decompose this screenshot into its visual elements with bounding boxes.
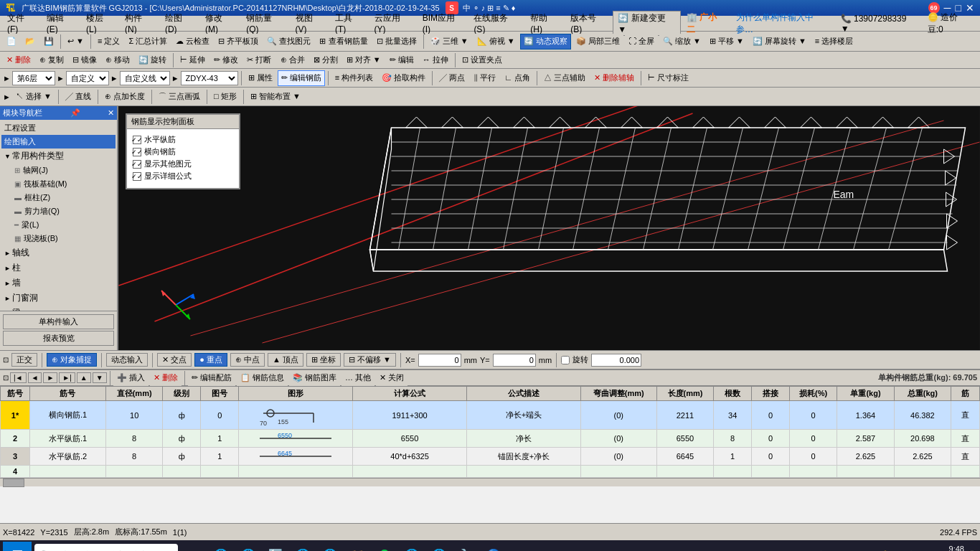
menu-modify[interactable]: 修改(M) xyxy=(199,11,240,36)
taskbar-folder[interactable]: 📁 xyxy=(344,542,370,551)
menu-draw[interactable]: 绘图(D) xyxy=(159,11,199,36)
btn-open[interactable]: 📂 xyxy=(22,34,39,50)
table-row[interactable]: 2 水平纵筋.1 8 ф 1 6550 6550 净长 (0) 6550 xyxy=(1,430,980,448)
taskbar-refresh[interactable]: 🔄 xyxy=(263,542,288,551)
taskbar-task-view[interactable]: ⊟ xyxy=(181,542,207,551)
btn-coordinate[interactable]: ⊞ 坐标 xyxy=(306,353,341,367)
btn-edit-rebar[interactable]: ✏ 编辑钢筋 xyxy=(278,70,325,86)
nav-last[interactable]: ►| xyxy=(59,372,75,383)
menu-help[interactable]: 帮助(H) xyxy=(524,11,565,36)
btn-three-point-aux[interactable]: △ 三点辅助 xyxy=(540,70,589,86)
code-select[interactable]: ZDYX-43 xyxy=(181,71,238,85)
btn-cloud-check[interactable]: ☁ 云检查 xyxy=(172,34,213,50)
btn-select[interactable]: ↖ 选择 ▼ xyxy=(12,89,55,105)
nav-down[interactable]: ▼ xyxy=(93,372,107,383)
btn-top-point[interactable]: ▲ 顶点 xyxy=(268,353,303,367)
btn-rotate[interactable]: 🔄 旋转 xyxy=(135,52,170,68)
table-row[interactable]: 4 xyxy=(1,466,980,478)
btn-edit2[interactable]: ✏ 编辑 xyxy=(386,52,418,68)
h-scrollbar[interactable] xyxy=(0,478,980,486)
h-scroll-thumb[interactable] xyxy=(3,479,24,487)
table-row[interactable]: 1* 横向钢筋.1 10 ф 0 70 155 xyxy=(1,401,980,430)
btn-dynamic-view[interactable]: 🔄 动态观察 xyxy=(520,34,571,50)
btn-two-points[interactable]: ╱ 两点 xyxy=(435,70,468,86)
btn-snap[interactable]: ⊕ 对象捕捉 xyxy=(47,353,97,367)
nav-common-types-header[interactable]: ▼ 常用构件类型 xyxy=(1,149,116,164)
btn-floor-view[interactable]: 📐 俯视 ▼ xyxy=(473,34,519,50)
btn-select-layer[interactable]: ≡ 选择楼层 xyxy=(811,34,857,50)
taskbar-browser[interactable]: 🌐 xyxy=(399,542,425,551)
btn-3d[interactable]: 🎲 三维 ▼ xyxy=(427,34,472,50)
btn-other[interactable]: … 其他 xyxy=(341,370,374,386)
steel-cb-3[interactable]: ✓ xyxy=(133,160,141,169)
taskbar-ie2[interactable]: 🌐 xyxy=(290,542,316,551)
btn-insert[interactable]: ➕ 插入 xyxy=(113,370,149,386)
nav-beam[interactable]: ━ 梁(L) xyxy=(1,218,116,232)
btn-pull[interactable]: ↔ 拉伸 xyxy=(419,52,452,68)
btn-component-list[interactable]: ≡ 构件列表 xyxy=(331,70,377,86)
taskbar-app1[interactable]: 🔧 xyxy=(453,542,479,551)
btn-undo[interactable]: ↩ ▼ xyxy=(64,34,88,50)
menu-version[interactable]: 版本号(B) xyxy=(565,11,613,36)
btn-add-length[interactable]: ⊕ 点加长度 xyxy=(101,89,149,105)
y-coord-input[interactable] xyxy=(493,354,536,367)
btn-parallel[interactable]: ∥ 平行 xyxy=(470,70,499,86)
nav-axis[interactable]: ⊞ 轴网(J) xyxy=(1,164,116,177)
btn-delete-aux[interactable]: ✕ 删除辅轴 xyxy=(590,70,638,86)
menu-component[interactable]: 构件(N) xyxy=(119,11,159,36)
btn-rectangle[interactable]: □ 矩形 xyxy=(210,89,240,105)
btn-zoom-out[interactable]: 🔍 缩放 ▼ xyxy=(659,34,705,50)
btn-center[interactable]: ⊕ 中点 xyxy=(230,353,265,367)
taskbar-app2[interactable]: 🔵 xyxy=(481,542,507,551)
nav-door-group[interactable]: ► 门窗洞 xyxy=(1,291,116,306)
btn-no-offset[interactable]: ⊟ 不偏移 ▼ xyxy=(344,353,396,367)
btn-smart-layout[interactable]: ⊞ 智能布置 ▼ xyxy=(247,89,304,105)
menu-cloud[interactable]: 云应用(Y) xyxy=(369,11,417,36)
nav-beam-group[interactable]: ► 梁 xyxy=(1,306,116,311)
btn-flatten[interactable]: ⊟ 齐平板顶 xyxy=(215,34,262,50)
menu-layer[interactable]: 楼层(L) xyxy=(80,11,119,36)
btn-set-grip[interactable]: ⊡ 设置夹点 xyxy=(458,52,506,68)
btn-find-element[interactable]: 🔍 查找图元 xyxy=(263,34,314,50)
layer-select[interactable]: 第6层 xyxy=(12,71,55,85)
taskbar-ie4[interactable]: 🌐 xyxy=(426,542,452,551)
btn-view-rebar[interactable]: ⊞ 查看钢筋量 xyxy=(316,34,371,50)
steel-cb-1[interactable]: ✓ xyxy=(133,136,141,144)
btn-delete[interactable]: ✕ 删除 xyxy=(3,52,34,68)
menu-edit[interactable]: 编辑(E) xyxy=(41,11,80,36)
menu-bim[interactable]: BIM应用(I) xyxy=(417,11,468,36)
btn-orthogonal[interactable]: 正交 xyxy=(11,353,37,367)
btn-merge[interactable]: ⊕ 合并 xyxy=(277,52,308,68)
menu-online[interactable]: 在线服务(S) xyxy=(468,11,524,36)
btn-mirror[interactable]: ⊟ 镜像 xyxy=(69,52,100,68)
single-component-btn[interactable]: 单构件输入 xyxy=(3,314,114,329)
menu-tools[interactable]: 工具(T) xyxy=(329,11,369,36)
btn-properties[interactable]: ⊞ 属性 xyxy=(245,70,276,86)
nav-first[interactable]: |◄ xyxy=(10,372,27,383)
btn-copy[interactable]: ⊕ 复制 xyxy=(36,52,67,68)
btn-dimension[interactable]: ⊢ 尺寸标注 xyxy=(644,70,692,86)
steel-cb-2[interactable]: ✓ xyxy=(133,148,141,156)
btn-define[interactable]: ≡ 定义 xyxy=(94,34,123,50)
taskbar-search[interactable]: 🔍 在这里输入你要搜索的内容 xyxy=(34,544,178,551)
nav-wall-group[interactable]: ► 墙 xyxy=(1,276,116,291)
nav-up[interactable]: ▲ xyxy=(77,372,91,383)
btn-align[interactable]: ⊞ 对齐 ▼ xyxy=(343,52,385,68)
taskbar-ie[interactable]: 🌐 xyxy=(235,542,261,551)
btn-close-panel[interactable]: ✕ 关闭 xyxy=(376,370,407,386)
rotate-checkbox[interactable] xyxy=(561,356,570,364)
line-type-select[interactable]: 自定义线 xyxy=(120,71,170,85)
btn-intersection[interactable]: ✕ 交点 xyxy=(157,353,192,367)
layer-type-select[interactable]: 自定义 xyxy=(66,71,109,85)
btn-sigma[interactable]: Σ 汇总计算 xyxy=(125,34,171,50)
taskbar-ie3[interactable]: 🌐 xyxy=(317,542,343,551)
sidebar-close[interactable]: ✕ xyxy=(108,108,114,118)
btn-line[interactable]: ╱ 直线 xyxy=(62,89,95,105)
new-change-btn[interactable]: 🔄 新建变更 ▼ xyxy=(613,11,680,36)
btn-flat[interactable]: ⊞ 平移 ▼ xyxy=(706,34,748,50)
report-preview-btn[interactable]: 报表预览 xyxy=(3,331,114,346)
btn-batch-select[interactable]: ⊡ 批量选择 xyxy=(373,34,420,50)
nav-next[interactable]: ► xyxy=(43,372,57,383)
btn-extend[interactable]: ⊢ 延伸 xyxy=(176,52,209,68)
btn-new[interactable]: 📄 xyxy=(3,34,20,50)
